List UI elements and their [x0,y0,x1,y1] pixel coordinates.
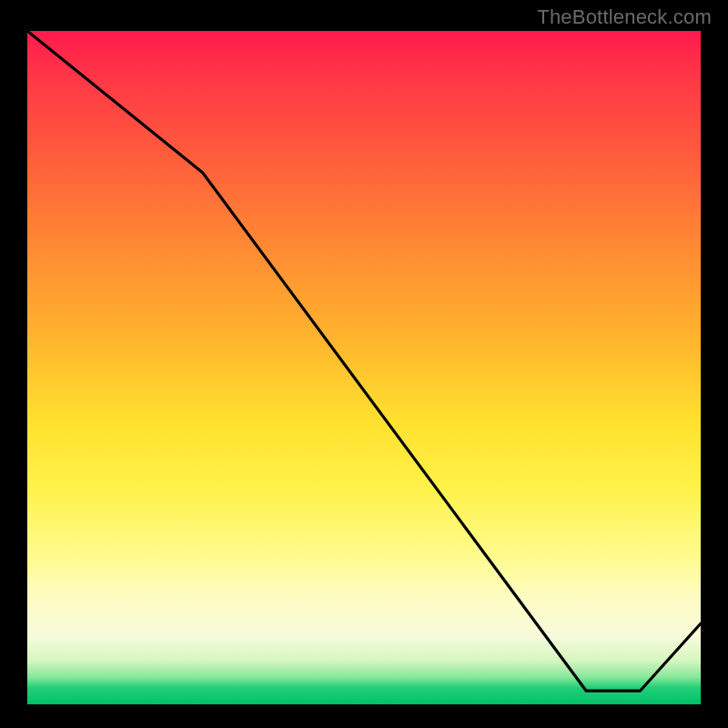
curve-path [27,31,701,691]
plot-area [27,31,701,704]
bottleneck-curve [27,31,701,704]
chart-frame: TheBottleneck.com [0,0,728,728]
attribution-text: TheBottleneck.com [537,5,712,29]
